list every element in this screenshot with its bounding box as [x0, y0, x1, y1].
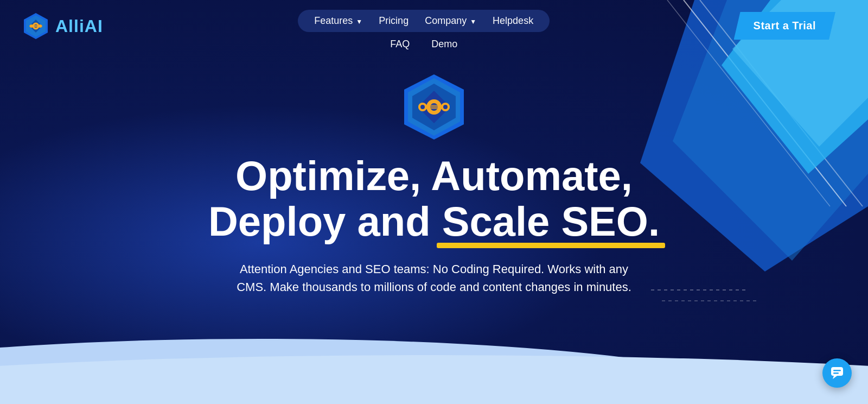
- features-chevron-icon: ▼: [356, 18, 362, 26]
- start-trial-button[interactable]: Start a Trial: [734, 12, 835, 40]
- nav-dropdown-bg: Features ▼ Pricing Company ▼ Helpdesk: [298, 10, 550, 32]
- svg-marker-29: [833, 376, 837, 379]
- nav-pricing[interactable]: Pricing: [379, 15, 409, 27]
- svg-rect-31: [833, 373, 839, 374]
- nav-faq[interactable]: FAQ: [390, 39, 410, 50]
- svg-point-16: [39, 24, 42, 28]
- hero-headline-line1: Optimize, Automate,: [208, 153, 660, 199]
- svg-point-26: [420, 105, 425, 109]
- svg-rect-30: [833, 370, 841, 371]
- bottom-wave2: [0, 355, 868, 404]
- logo-icon: [22, 12, 50, 40]
- nav-company[interactable]: Company ▼: [425, 15, 476, 27]
- nav-demo[interactable]: Demo: [431, 39, 457, 50]
- hero-headline-underline: Scale SEO.: [442, 199, 660, 244]
- svg-point-27: [443, 105, 448, 109]
- nav-helpdesk[interactable]: Helpdesk: [493, 15, 533, 27]
- hero-section: Optimize, Automate, Deploy and Scale SEO…: [0, 72, 868, 296]
- logo[interactable]: AlliAI: [22, 12, 103, 40]
- svg-point-15: [30, 24, 33, 28]
- company-chevron-icon: ▼: [470, 18, 476, 26]
- hero-logo-icon: [399, 72, 469, 142]
- svg-rect-28: [831, 367, 843, 376]
- nav-cta-area: Start a Trial: [734, 12, 835, 40]
- hero-headline: Optimize, Automate, Deploy and Scale SEO…: [208, 153, 660, 244]
- nav-row2: FAQ Demo: [390, 39, 457, 50]
- hero-headline-line2: Deploy and Scale SEO.: [208, 199, 660, 244]
- navbar: AlliAI Features ▼ Pricing Company ▼ Help…: [0, 0, 868, 50]
- logo-text: AlliAI: [55, 16, 103, 36]
- nav-center: Features ▼ Pricing Company ▼ Helpdesk FA…: [136, 10, 712, 50]
- hero-subtext: Attention Agencies and SEO teams: No Cod…: [237, 260, 631, 296]
- chat-icon: [829, 365, 845, 381]
- chat-button[interactable]: [822, 358, 852, 388]
- nav-features[interactable]: Features ▼: [314, 15, 362, 27]
